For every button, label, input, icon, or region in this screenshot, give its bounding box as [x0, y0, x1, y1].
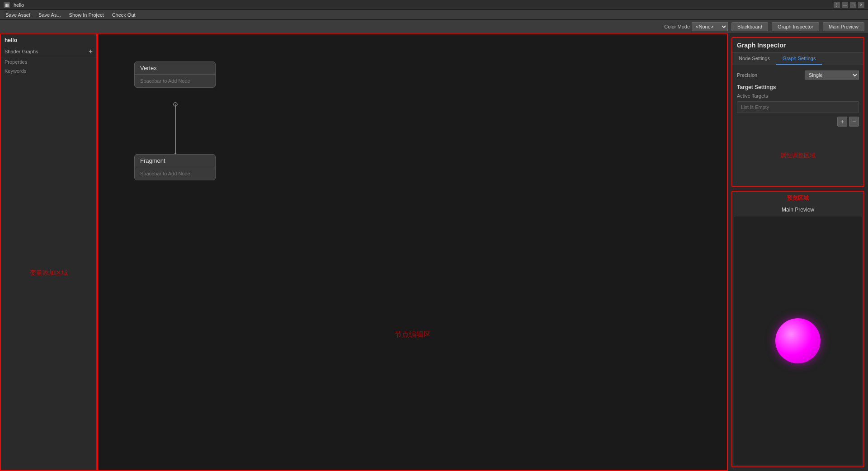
preview-panel-title: Main Preview	[732, 205, 863, 215]
preview-sphere	[775, 318, 821, 363]
precision-label: Precision	[737, 72, 757, 78]
fragment-node[interactable]: Fragment Spacebar to Add Node	[134, 154, 216, 180]
left-panel-header: Shader Graphs +	[1, 46, 96, 57]
title-bar-maximize-btn[interactable]: □	[850, 2, 856, 8]
color-mode-select-wrap: Color Mode <None>	[664, 22, 728, 31]
vertex-node-title: Vertex	[135, 62, 215, 75]
menu-check-out[interactable]: Check Out	[108, 11, 139, 19]
title-bar: ▦ hello ⋮ — □ ×	[0, 0, 868, 10]
toolbar: Color Mode <None> Blackboard Graph Inspe…	[0, 20, 868, 33]
inspector-body: Precision Single Target Settings Active …	[732, 65, 863, 186]
right-panel: Graph Inspector Node Settings Graph Sett…	[728, 33, 868, 471]
tab-graph-settings[interactable]: Graph Settings	[776, 53, 822, 65]
inspector-props-area: 属性调整区域	[737, 128, 859, 183]
center-canvas-label: 节点编辑区	[395, 330, 431, 339]
menu-show-in-project[interactable]: Show In Project	[66, 11, 108, 19]
sidebar-item-properties[interactable]: Properties	[1, 57, 96, 66]
title-bar-minimize-btn[interactable]: —	[842, 2, 848, 8]
add-target-btn[interactable]: +	[837, 117, 847, 127]
title-bar-title: hello	[14, 2, 24, 8]
preview-area-label: 预览区域	[732, 192, 863, 205]
sidebar-item-keywords[interactable]: Keywords	[1, 66, 96, 75]
menu-save-asset[interactable]: Save Asset	[2, 11, 34, 19]
left-panel-section-title: Shader Graphs	[5, 49, 38, 54]
color-mode-label: Color Mode	[664, 24, 690, 29]
center-canvas[interactable]: Vertex Spacebar to Add Node Fragment Spa…	[97, 33, 728, 471]
add-shader-btn[interactable]: +	[89, 48, 93, 55]
app-icon: ▦	[4, 2, 10, 8]
title-bar-controls: ⋮ — □ ×	[834, 2, 864, 8]
tab-node-settings[interactable]: Node Settings	[732, 53, 776, 65]
tab-graph-inspector[interactable]: Graph Inspector	[772, 22, 819, 31]
inspector-props-label: 属性调整区域	[780, 151, 816, 160]
main-layout: hello Shader Graphs + Properties Keyword…	[0, 33, 868, 471]
list-controls: + −	[737, 115, 859, 128]
vertex-node[interactable]: Vertex Spacebar to Add Node	[134, 61, 216, 88]
tab-blackboard[interactable]: Blackboard	[731, 22, 768, 31]
precision-select[interactable]: Single	[805, 71, 859, 80]
list-empty-text: List is Empty	[737, 101, 859, 113]
precision-select-wrap: Single	[805, 71, 859, 80]
active-targets-label: Active Targets	[737, 92, 859, 99]
menu-bar: Save Asset Save As... Show In Project Ch…	[0, 10, 868, 20]
left-panel: hello Shader Graphs + Properties Keyword…	[0, 33, 97, 471]
menu-save-as[interactable]: Save As...	[35, 11, 65, 19]
title-bar-more-btn[interactable]: ⋮	[834, 2, 840, 8]
variable-area: 变量添加区域	[1, 75, 96, 470]
precision-row: Precision Single	[737, 69, 859, 81]
remove-target-btn[interactable]: −	[849, 117, 859, 127]
inspector-panel-title: Graph Inspector	[732, 38, 863, 53]
connection-svg	[98, 34, 727, 470]
preview-canvas	[734, 217, 862, 465]
color-mode-select[interactable]: <None>	[692, 22, 728, 31]
title-bar-close-btn[interactable]: ×	[858, 2, 864, 8]
target-settings-title: Target Settings	[737, 81, 859, 92]
tab-main-preview[interactable]: Main Preview	[823, 22, 864, 31]
inspector-panel: Graph Inspector Node Settings Graph Sett…	[731, 37, 864, 187]
shader-name: hello	[1, 34, 96, 46]
inspector-tabs: Node Settings Graph Settings	[732, 53, 863, 65]
fragment-node-placeholder: Spacebar to Add Node	[135, 167, 215, 180]
vertex-node-placeholder: Spacebar to Add Node	[135, 75, 215, 87]
svg-point-0	[174, 103, 177, 106]
variable-area-label: 变量添加区域	[30, 269, 68, 277]
preview-panel: 预览区域 Main Preview	[731, 191, 864, 467]
fragment-node-title: Fragment	[135, 155, 215, 167]
